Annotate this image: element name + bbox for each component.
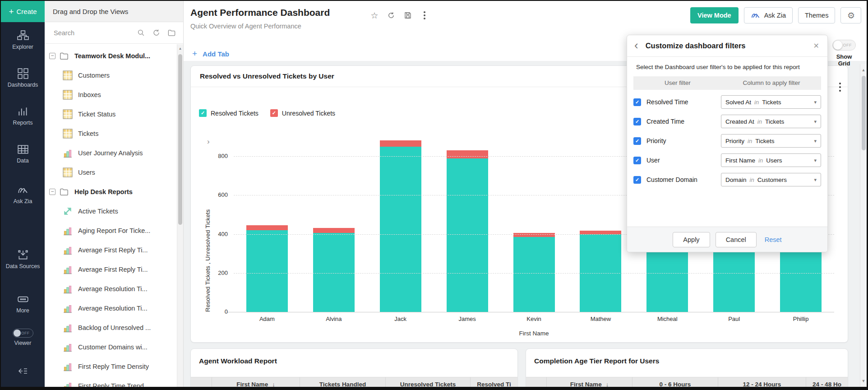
collapse-node-icon[interactable]: −: [49, 53, 55, 59]
refresh-views-icon[interactable]: [152, 28, 161, 37]
column-dropdown[interactable]: DomaininCustomers▾: [721, 173, 821, 186]
bar-adam[interactable]: [246, 225, 288, 312]
column-header-unresolved-tickets[interactable]: Unresolved Tickets: [386, 377, 471, 390]
bar-kevin[interactable]: [513, 233, 555, 312]
tree-item[interactable]: Tickets: [45, 124, 177, 143]
close-icon[interactable]: ✕: [813, 41, 820, 51]
bar-segment-unresolved[interactable]: [246, 225, 288, 230]
bar-segment-unresolved[interactable]: [447, 150, 488, 158]
add-tab-button[interactable]: + Add Tab: [192, 49, 229, 59]
legend-item[interactable]: ✓Resolved Tickets: [199, 109, 259, 117]
search-icon[interactable]: [137, 28, 145, 37]
column-header-24-48-ho[interactable]: 24 - 48 Ho: [806, 377, 848, 390]
column-header-first-name[interactable]: First Name↓: [212, 377, 300, 390]
save-icon[interactable]: [403, 11, 412, 20]
tree-item[interactable]: Customers: [45, 65, 177, 85]
legend-item[interactable]: ✓Unresolved Tickets: [270, 109, 335, 117]
search-input[interactable]: [53, 29, 130, 37]
sidebar-item-more[interactable]: More: [1, 293, 45, 315]
scroll-up-icon[interactable]: ▲: [177, 46, 183, 51]
tree-scrollbar-thumb[interactable]: [178, 54, 182, 225]
checkbox-checked[interactable]: ✓: [633, 118, 641, 125]
tree-item[interactable]: Inboxes: [45, 85, 177, 104]
bar-alvina[interactable]: [313, 228, 355, 312]
ask-zia-button[interactable]: Ask Zia: [744, 7, 793, 23]
tree-scrollbar[interactable]: ▲: [177, 44, 183, 387]
viewer-toggle[interactable]: OFF: [13, 329, 33, 338]
checkbox-checked[interactable]: ✓: [633, 157, 641, 164]
tree-folder[interactable]: −Help Desk Reports: [45, 182, 177, 201]
bar-segment-resolved[interactable]: [246, 230, 288, 312]
tree-item[interactable]: Backlog of Unresolved ...: [45, 318, 177, 337]
bar-segment-resolved[interactable]: [313, 233, 355, 312]
scroll-down-icon[interactable]: ▼: [860, 379, 867, 383]
folder-icon[interactable]: [167, 28, 176, 37]
tree-item[interactable]: Customer Domains wi...: [45, 337, 177, 357]
tree-item[interactable]: Average First Reply Ti...: [45, 240, 177, 260]
column-header-resolved-ti[interactable]: Resolved Ti: [471, 377, 517, 390]
reset-link[interactable]: Reset: [765, 236, 782, 243]
themes-button[interactable]: Themes: [798, 7, 835, 23]
main-scrollbar[interactable]: ▲ ▼: [860, 64, 867, 387]
column-header-0-6-hours[interactable]: 0 - 6 Hours: [633, 377, 718, 390]
bar-segment-resolved[interactable]: [380, 147, 421, 312]
bar-segment-resolved[interactable]: [447, 158, 488, 312]
sidebar-item-viewer[interactable]: OFFViewer: [1, 329, 45, 347]
chart-menu-icon[interactable]: [839, 83, 841, 92]
show-grid-toggle[interactable]: OFF: [832, 40, 856, 51]
bar-mathew[interactable]: [580, 231, 621, 312]
collapse-sidebar-button[interactable]: [1, 366, 45, 378]
favorite-star-icon[interactable]: ☆: [370, 11, 379, 20]
refresh-icon[interactable]: [387, 11, 396, 20]
column-header-first-name[interactable]: First Name↓: [547, 377, 633, 390]
sidebar-item-dashboards[interactable]: Dashboards: [1, 68, 45, 89]
sidebar-item-ask-zia[interactable]: Ask Zia: [1, 184, 45, 205]
tree-item[interactable]: Aging Report For Ticke...: [45, 221, 177, 240]
settings-button[interactable]: ⚙: [840, 7, 861, 23]
sidebar-item-data-sources[interactable]: Data Sources: [1, 249, 45, 270]
tree-item[interactable]: Average Resolution Ti...: [45, 279, 177, 298]
view-mode-button[interactable]: View Mode: [690, 7, 739, 23]
column-dropdown[interactable]: Created AtinTickets▾: [721, 115, 821, 128]
column-dropdown[interactable]: PriorityinTickets▾: [721, 134, 821, 148]
legend-checkbox[interactable]: ✓: [270, 109, 278, 117]
tree-folder[interactable]: −Teamwork Desk Modul...: [45, 46, 177, 65]
apply-button[interactable]: Apply: [673, 232, 710, 247]
row-number-column[interactable]: [526, 377, 547, 390]
tree-item[interactable]: First Reply Time Trend: [45, 376, 177, 387]
sidebar-item-reports[interactable]: Reports: [1, 106, 45, 127]
back-chevron-icon[interactable]: ‹: [634, 41, 638, 50]
legend-checkbox[interactable]: ✓: [199, 109, 207, 117]
column-dropdown[interactable]: Solved AtinTickets▾: [721, 95, 821, 109]
checkbox-checked[interactable]: ✓: [633, 98, 641, 106]
bar-james[interactable]: [447, 150, 488, 312]
tree-item[interactable]: Users: [45, 162, 177, 182]
bar-segment-unresolved[interactable]: [380, 140, 421, 147]
scroll-up-icon[interactable]: ▲: [860, 68, 867, 72]
cancel-button[interactable]: Cancel: [716, 232, 757, 247]
axis-expand-icon[interactable]: ›: [207, 137, 210, 146]
more-options-icon[interactable]: [420, 11, 429, 20]
bar-jack[interactable]: [380, 140, 421, 312]
filter-row-resolved-time: ✓Resolved TimeSolved AtinTickets▾: [633, 93, 821, 112]
tree-item[interactable]: Average Resolution Ti...: [45, 298, 177, 318]
checkbox-checked[interactable]: ✓: [633, 176, 641, 184]
column-dropdown[interactable]: First NameinUsers▾: [721, 153, 821, 167]
tree-item[interactable]: User Journey Analysis: [45, 143, 177, 162]
sidebar-item-data[interactable]: Data: [1, 144, 45, 165]
row-number-column[interactable]: [191, 377, 212, 390]
column-header-tickets-handled[interactable]: Tickets Handled: [300, 377, 386, 390]
collapse-node-icon[interactable]: −: [49, 189, 55, 195]
bar-segment-unresolved[interactable]: [313, 228, 355, 233]
checkbox-checked[interactable]: ✓: [633, 137, 641, 145]
sidebar-item-explorer[interactable]: Explorer: [1, 30, 45, 51]
tree-item[interactable]: Average First Reply Ti...: [45, 260, 177, 279]
tree-item[interactable]: Ticket Status: [45, 104, 177, 124]
column-header-12-24-hours[interactable]: 12 - 24 Hours: [718, 377, 806, 390]
create-button[interactable]: + Create: [1, 1, 45, 22]
bar-segment-resolved[interactable]: [513, 237, 555, 312]
tree-item[interactable]: First Reply Time Density: [45, 357, 177, 376]
bar-segment-unresolved[interactable]: [513, 233, 555, 237]
main-scrollbar-thumb[interactable]: [862, 76, 866, 150]
tree-item[interactable]: Active Tickets: [45, 201, 177, 221]
